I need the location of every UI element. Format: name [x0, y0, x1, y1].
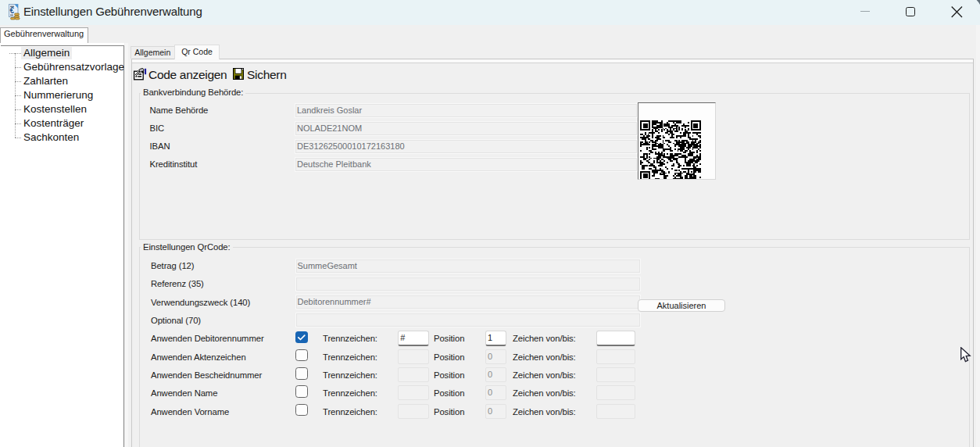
svg-text:€: € [10, 6, 15, 15]
